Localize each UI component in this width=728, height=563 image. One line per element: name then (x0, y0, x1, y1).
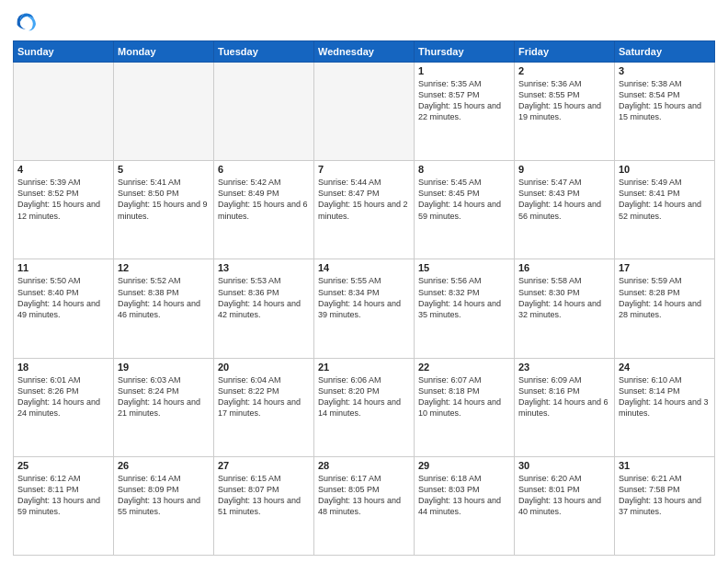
day-info: Sunrise: 5:42 AMSunset: 8:49 PMDaylight:… (218, 177, 310, 222)
logo-icon (13, 9, 39, 35)
day-cell: 31Sunrise: 6:21 AMSunset: 7:58 PMDayligh… (615, 456, 715, 555)
weekday-header-monday: Monday (114, 41, 214, 63)
weekday-header-thursday: Thursday (415, 41, 515, 63)
day-cell: 7Sunrise: 5:44 AMSunset: 8:47 PMDaylight… (314, 161, 415, 259)
day-cell (214, 63, 314, 161)
day-number: 23 (518, 362, 610, 373)
day-info: Sunrise: 5:53 AMSunset: 8:36 PMDaylight:… (218, 275, 310, 320)
day-number: 5 (118, 164, 210, 175)
page-container: SundayMondayTuesdayWednesdayThursdayFrid… (0, 0, 728, 563)
day-cell: 9Sunrise: 5:47 AMSunset: 8:43 PMDaylight… (515, 161, 615, 259)
day-cell: 16Sunrise: 5:58 AMSunset: 8:30 PMDayligh… (515, 259, 615, 358)
day-cell (14, 63, 114, 161)
day-info: Sunrise: 6:14 AMSunset: 8:09 PMDaylight:… (118, 473, 210, 518)
day-cell: 29Sunrise: 6:18 AMSunset: 8:03 PMDayligh… (415, 456, 515, 555)
day-cell: 8Sunrise: 5:45 AMSunset: 8:45 PMDaylight… (415, 161, 515, 259)
day-number: 8 (418, 164, 510, 175)
day-cell: 14Sunrise: 5:55 AMSunset: 8:34 PMDayligh… (314, 259, 415, 358)
day-number: 28 (318, 460, 410, 471)
day-info: Sunrise: 5:59 AMSunset: 8:28 PMDaylight:… (619, 275, 711, 320)
day-number: 31 (619, 460, 711, 471)
day-number: 10 (619, 164, 711, 175)
day-number: 7 (318, 164, 410, 175)
day-cell: 6Sunrise: 5:42 AMSunset: 8:49 PMDaylight… (214, 161, 314, 259)
day-number: 11 (17, 262, 109, 273)
day-number: 1 (418, 65, 510, 76)
day-number: 16 (518, 262, 610, 273)
day-info: Sunrise: 6:01 AMSunset: 8:26 PMDaylight:… (17, 374, 109, 419)
week-row-5: 25Sunrise: 6:12 AMSunset: 8:11 PMDayligh… (14, 456, 715, 555)
day-number: 18 (17, 362, 109, 373)
day-cell: 18Sunrise: 6:01 AMSunset: 8:26 PMDayligh… (14, 358, 114, 456)
day-number: 17 (619, 262, 711, 273)
day-cell: 15Sunrise: 5:56 AMSunset: 8:32 PMDayligh… (415, 259, 515, 358)
day-info: Sunrise: 5:45 AMSunset: 8:45 PMDaylight:… (418, 177, 510, 222)
day-info: Sunrise: 5:49 AMSunset: 8:41 PMDaylight:… (619, 177, 711, 222)
day-info: Sunrise: 5:41 AMSunset: 8:50 PMDaylight:… (118, 177, 210, 222)
day-info: Sunrise: 5:56 AMSunset: 8:32 PMDaylight:… (418, 275, 510, 320)
day-number: 20 (218, 362, 310, 373)
day-cell: 17Sunrise: 5:59 AMSunset: 8:28 PMDayligh… (615, 259, 715, 358)
page-header (13, 9, 715, 35)
day-info: Sunrise: 6:21 AMSunset: 7:58 PMDaylight:… (619, 473, 711, 518)
day-info: Sunrise: 6:10 AMSunset: 8:14 PMDaylight:… (619, 374, 711, 419)
day-cell: 5Sunrise: 5:41 AMSunset: 8:50 PMDaylight… (114, 161, 214, 259)
day-number: 24 (619, 362, 711, 373)
day-info: Sunrise: 5:39 AMSunset: 8:52 PMDaylight:… (17, 177, 109, 222)
day-number: 13 (218, 262, 310, 273)
day-info: Sunrise: 6:15 AMSunset: 8:07 PMDaylight:… (218, 473, 310, 518)
day-number: 25 (17, 460, 109, 471)
day-cell: 23Sunrise: 6:09 AMSunset: 8:16 PMDayligh… (515, 358, 615, 456)
day-cell: 1Sunrise: 5:35 AMSunset: 8:57 PMDaylight… (415, 63, 515, 161)
day-number: 2 (518, 65, 610, 76)
day-cell: 12Sunrise: 5:52 AMSunset: 8:38 PMDayligh… (114, 259, 214, 358)
day-info: Sunrise: 5:38 AMSunset: 8:54 PMDaylight:… (619, 78, 711, 123)
day-number: 6 (218, 164, 310, 175)
day-cell: 10Sunrise: 5:49 AMSunset: 8:41 PMDayligh… (615, 161, 715, 259)
day-info: Sunrise: 6:12 AMSunset: 8:11 PMDaylight:… (17, 473, 109, 518)
weekday-header-sunday: Sunday (14, 41, 114, 63)
day-number: 4 (17, 164, 109, 175)
day-number: 27 (218, 460, 310, 471)
day-info: Sunrise: 5:55 AMSunset: 8:34 PMDaylight:… (318, 275, 410, 320)
weekday-header-friday: Friday (515, 41, 615, 63)
day-number: 12 (118, 262, 210, 273)
day-number: 22 (418, 362, 510, 373)
week-row-4: 18Sunrise: 6:01 AMSunset: 8:26 PMDayligh… (14, 358, 715, 456)
week-row-2: 4Sunrise: 5:39 AMSunset: 8:52 PMDaylight… (14, 161, 715, 259)
day-cell: 19Sunrise: 6:03 AMSunset: 8:24 PMDayligh… (114, 358, 214, 456)
day-info: Sunrise: 5:36 AMSunset: 8:55 PMDaylight:… (518, 78, 610, 123)
day-info: Sunrise: 5:47 AMSunset: 8:43 PMDaylight:… (518, 177, 610, 222)
day-cell (114, 63, 214, 161)
weekday-header-row: SundayMondayTuesdayWednesdayThursdayFrid… (14, 41, 715, 63)
day-number: 30 (518, 460, 610, 471)
day-cell: 20Sunrise: 6:04 AMSunset: 8:22 PMDayligh… (214, 358, 314, 456)
weekday-header-saturday: Saturday (615, 41, 715, 63)
day-info: Sunrise: 6:18 AMSunset: 8:03 PMDaylight:… (418, 473, 510, 518)
day-cell: 26Sunrise: 6:14 AMSunset: 8:09 PMDayligh… (114, 456, 214, 555)
day-info: Sunrise: 5:35 AMSunset: 8:57 PMDaylight:… (418, 78, 510, 123)
day-info: Sunrise: 6:06 AMSunset: 8:20 PMDaylight:… (318, 374, 410, 419)
day-number: 9 (518, 164, 610, 175)
day-cell: 11Sunrise: 5:50 AMSunset: 8:40 PMDayligh… (14, 259, 114, 358)
day-cell: 4Sunrise: 5:39 AMSunset: 8:52 PMDaylight… (14, 161, 114, 259)
logo (13, 9, 42, 35)
day-info: Sunrise: 5:58 AMSunset: 8:30 PMDaylight:… (518, 275, 610, 320)
day-info: Sunrise: 6:20 AMSunset: 8:01 PMDaylight:… (518, 473, 610, 518)
day-cell: 21Sunrise: 6:06 AMSunset: 8:20 PMDayligh… (314, 358, 415, 456)
day-cell (314, 63, 415, 161)
day-number: 21 (318, 362, 410, 373)
day-info: Sunrise: 6:03 AMSunset: 8:24 PMDaylight:… (118, 374, 210, 419)
day-cell: 27Sunrise: 6:15 AMSunset: 8:07 PMDayligh… (214, 456, 314, 555)
day-info: Sunrise: 6:17 AMSunset: 8:05 PMDaylight:… (318, 473, 410, 518)
day-cell: 30Sunrise: 6:20 AMSunset: 8:01 PMDayligh… (515, 456, 615, 555)
weekday-header-wednesday: Wednesday (314, 41, 415, 63)
day-info: Sunrise: 5:52 AMSunset: 8:38 PMDaylight:… (118, 275, 210, 320)
day-number: 19 (118, 362, 210, 373)
day-info: Sunrise: 6:04 AMSunset: 8:22 PMDaylight:… (218, 374, 310, 419)
day-number: 29 (418, 460, 510, 471)
day-number: 26 (118, 460, 210, 471)
day-cell: 24Sunrise: 6:10 AMSunset: 8:14 PMDayligh… (615, 358, 715, 456)
calendar-table: SundayMondayTuesdayWednesdayThursdayFrid… (13, 40, 715, 556)
week-row-1: 1Sunrise: 5:35 AMSunset: 8:57 PMDaylight… (14, 63, 715, 161)
